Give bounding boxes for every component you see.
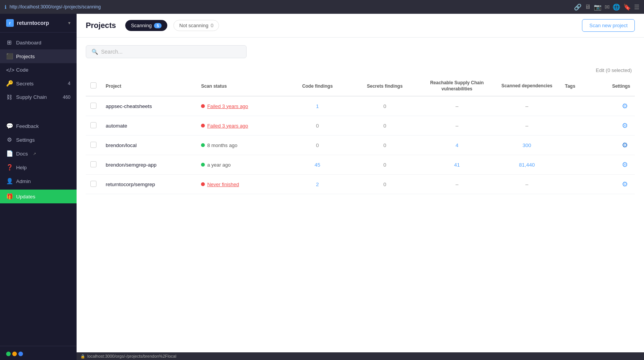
chevron-down-icon[interactable]: ▾ <box>68 20 70 26</box>
row-checkbox[interactable] <box>90 142 96 148</box>
globe-icon[interactable]: 🌐 <box>613 3 620 11</box>
edit-bar: Edit (0 selected) <box>86 66 635 75</box>
key-icon: 🔑 <box>6 80 12 87</box>
sidebar-item-feedback[interactable]: 💬 Feedback <box>0 119 77 133</box>
settings-button[interactable]: ⚙ <box>619 140 630 150</box>
project-name-cell: appsec-cheatsheets <box>101 96 196 116</box>
settings-cell: ⚙ <box>592 116 635 136</box>
secrets-findings-value: 0 <box>383 162 386 168</box>
tab-scanning[interactable]: Scanning 5 <box>125 20 167 31</box>
help-icon: ❓ <box>6 164 12 171</box>
bookmark-icon[interactable]: 🔗 <box>574 3 582 11</box>
code-findings-cell: 45 <box>286 155 349 175</box>
row-checkbox[interactable] <box>90 122 96 128</box>
project-name-cell: brendon/local <box>101 136 196 155</box>
secrets-findings-value: 0 <box>383 123 386 129</box>
settings-button[interactable]: ⚙ <box>619 121 630 131</box>
menu-icon[interactable]: ☰ <box>634 3 639 11</box>
th-settings: Settings <box>592 76 635 96</box>
admin-icon: 👤 <box>6 178 12 185</box>
secrets-findings-cell: 0 <box>349 155 420 175</box>
scanned-deps-cell: 300 <box>494 136 561 155</box>
reachable-sc-value: 41 <box>454 162 460 168</box>
supply-chain-icon: ⛓ <box>6 94 12 100</box>
project-name: brendon/local <box>106 142 137 148</box>
browser-action-icons: 🔗 🖥 📷 ✉ 🌐 🔖 ☰ <box>574 3 639 11</box>
sidebar-item-label: Projects <box>16 54 35 59</box>
row-checkbox[interactable] <box>90 181 96 187</box>
secrets-findings-value: 0 <box>383 142 386 148</box>
settings-cell: ⚙ <box>592 155 635 175</box>
browser-chrome: ℹ http://localhost:3000/orgs/-/projects/… <box>0 0 644 14</box>
settings-button[interactable]: ⚙ <box>619 179 630 189</box>
row-checkbox-cell <box>86 175 101 194</box>
scan-status-cell: Never finished <box>196 175 286 194</box>
sidebar-item-admin[interactable]: 👤 Admin <box>0 174 77 188</box>
select-all-checkbox[interactable] <box>90 82 96 88</box>
sidebar-item-secrets[interactable]: 🔑 Secrets 4 <box>0 77 77 90</box>
tags-cell <box>560 155 591 175</box>
reachable-sc-value: – <box>456 182 459 187</box>
extension-icon[interactable]: 🔖 <box>623 3 631 11</box>
search-input[interactable] <box>101 49 241 55</box>
scan-status-link[interactable]: Failed 3 years ago <box>207 103 248 109</box>
camera-icon[interactable]: 📷 <box>594 3 602 11</box>
sidebar-item-help[interactable]: ❓ Help <box>0 160 77 174</box>
scan-status-link[interactable]: Failed 3 years ago <box>207 123 248 129</box>
sidebar-item-dashboard[interactable]: ⊞ Dashboard <box>0 36 77 49</box>
table-row: appsec-cheatsheetsFailed 3 years ago10––… <box>86 96 635 116</box>
success-dot <box>201 163 205 167</box>
sidebar: r returntocorp ▾ ⊞ Dashboard ⬛ Projects … <box>0 14 77 360</box>
tags-cell <box>560 116 591 136</box>
sidebar-item-label: Code <box>16 67 28 73</box>
sidebar-item-settings[interactable]: ⚙ Settings <box>0 133 77 147</box>
scan-status-link[interactable]: Never finished <box>207 182 239 187</box>
row-checkbox[interactable] <box>90 161 96 167</box>
top-bar: Projects Scanning 5 Not scanning 0 Scan … <box>77 14 644 38</box>
secrets-findings-cell: 0 <box>349 136 420 155</box>
scanned-deps-value: – <box>525 103 528 109</box>
th-scan-status: Scan status <box>196 76 286 96</box>
project-name-cell: returntocorp/semgrep <box>101 175 196 194</box>
settings-cell: ⚙ <box>592 175 635 194</box>
status-dots <box>6 352 23 356</box>
code-findings-value: 2 <box>316 182 319 187</box>
code-findings-cell: 1 <box>286 96 349 116</box>
error-dot <box>201 104 205 108</box>
settings-button[interactable]: ⚙ <box>619 160 630 170</box>
tab-scanning-label: Scanning <box>131 23 152 28</box>
reachable-sc-cell: 41 <box>420 155 494 175</box>
settings-button[interactable]: ⚙ <box>619 101 630 111</box>
browser-url: http://localhost:3000/orgs/-/projects/sc… <box>10 4 571 10</box>
th-project: Project <box>101 76 196 96</box>
tab-scanning-badge: 5 <box>154 23 162 28</box>
sidebar-item-supply-chain[interactable]: ⛓ Supply Chain 460 <box>0 90 77 104</box>
secrets-badge: 4 <box>68 81 70 86</box>
status-url: localhost:3000/orgs/-/projects/brendon%2… <box>87 354 176 358</box>
project-name: brendon/semgrep-app <box>106 162 157 168</box>
scan-status-cell: 8 months ago <box>196 136 286 155</box>
tab-not-scanning[interactable]: Not scanning 0 <box>173 20 219 31</box>
reachable-sc-cell: – <box>420 175 494 194</box>
org-logo[interactable]: r returntocorp <box>6 19 49 27</box>
th-code-findings: Code findings <box>286 76 349 96</box>
code-findings-value: 0 <box>316 142 319 148</box>
sidebar-item-code[interactable]: </> Code <box>0 63 77 77</box>
row-checkbox[interactable] <box>90 103 96 109</box>
scan-status-cell: a year ago <box>196 155 286 175</box>
scan-time: a year ago <box>207 162 230 168</box>
scan-new-project-button[interactable]: Scan new project <box>582 19 635 32</box>
feedback-icon: 💬 <box>6 123 12 129</box>
reachable-sc-cell: 4 <box>420 136 494 155</box>
search-icon: 🔍 <box>92 49 98 55</box>
scanned-deps-value: 300 <box>523 142 531 148</box>
sidebar-item-docs[interactable]: 📄 Docs ↗ <box>0 147 77 160</box>
page-title: Projects <box>86 21 116 30</box>
sidebar-item-projects[interactable]: ⬛ Projects <box>0 49 77 63</box>
scanned-deps-value: – <box>525 123 528 129</box>
scanned-deps-cell: – <box>494 116 561 136</box>
sidebar-item-updates[interactable]: 🎁 Updates <box>0 190 77 203</box>
edit-button[interactable]: Edit (0 selected) <box>593 66 635 75</box>
mail-icon[interactable]: ✉ <box>605 3 610 11</box>
screenshot-icon[interactable]: 🖥 <box>585 3 591 11</box>
